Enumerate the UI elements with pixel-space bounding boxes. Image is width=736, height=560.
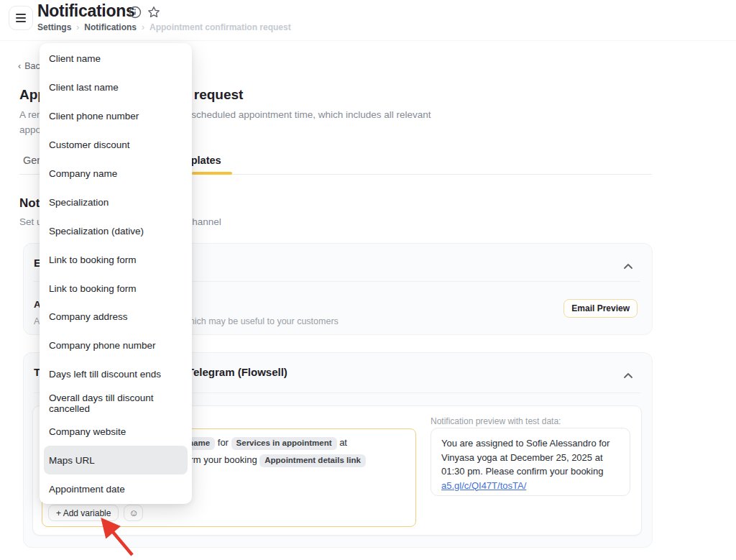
notification-preview-text: You are assigned to Sofie Alessandro for… xyxy=(441,438,610,477)
dropdown-item-overall-days-discount[interactable]: Overall days till discount cancelled xyxy=(40,389,192,418)
active-tab-underline xyxy=(192,172,232,175)
breadcrumb-separator: › xyxy=(142,22,144,32)
dropdown-item-specialization[interactable]: Specialization xyxy=(40,188,192,216)
dropdown-item-company-name[interactable]: Company name xyxy=(40,160,192,188)
dropdown-item-company-phone[interactable]: Company phone number xyxy=(40,331,192,360)
dropdown-item-link-booking-form-2[interactable]: Link to booking form xyxy=(40,274,192,303)
dropdown-item-days-left-discount[interactable]: Days left till discount ends xyxy=(40,360,192,389)
back-chevron-icon: ‹ xyxy=(18,61,21,71)
breadcrumb: Settings › Notifications › Appointment c… xyxy=(37,22,291,32)
dropdown-item-specialization-dative[interactable]: Specialization (dative) xyxy=(40,216,192,245)
variable-chip-details-link[interactable]: Appointment details link xyxy=(259,454,366,467)
top-header: Notifications Settings › Notifications ›… xyxy=(0,0,736,41)
notification-preview-link[interactable]: a5.gl/c/QI47T/tosTA/ xyxy=(441,480,526,491)
info-icon[interactable] xyxy=(129,6,142,22)
notification-preview-box: You are assigned to Sofie Alessandro for… xyxy=(431,428,630,496)
collapse-chevron-up-icon[interactable] xyxy=(623,369,633,382)
breadcrumb-current: Appointment confirmation request xyxy=(150,22,291,32)
variables-dropdown-menu: Client name Client last name Client phon… xyxy=(40,43,192,504)
dropdown-item-client-name[interactable]: Client name xyxy=(40,45,192,73)
breadcrumb-notifications[interactable]: Notifications xyxy=(84,22,137,32)
dropdown-item-customer-discount[interactable]: Customer discount xyxy=(40,131,192,160)
smiley-icon: ☺ xyxy=(129,508,138,518)
email-preview-button[interactable]: Email Preview xyxy=(564,299,638,318)
star-favorite-icon[interactable] xyxy=(147,6,160,22)
page-title: Notifications xyxy=(37,1,134,21)
dropdown-item-company-address[interactable]: Company address xyxy=(40,303,192,331)
emoji-picker-button[interactable]: ☺ xyxy=(124,505,143,521)
message-text: for xyxy=(218,437,229,448)
dropdown-item-link-booking-form[interactable]: Link to booking form xyxy=(40,245,192,274)
add-variable-button[interactable]: + Add variable xyxy=(48,505,119,521)
dropdown-item-client-last-name[interactable]: Client last name xyxy=(40,73,192,102)
dropdown-item-maps-url[interactable]: Maps URL xyxy=(44,446,188,474)
notification-preview-label: Notification preview with test data: xyxy=(431,416,561,426)
dropdown-item-company-website[interactable]: Company website xyxy=(40,418,192,446)
dropdown-item-client-phone[interactable]: Client phone number xyxy=(40,102,192,131)
variable-chip-services[interactable]: Services in appointment xyxy=(231,437,337,450)
message-text: at xyxy=(339,437,347,448)
collapse-chevron-up-icon[interactable] xyxy=(623,260,633,272)
breadcrumb-separator: › xyxy=(76,22,79,32)
hamburger-menu-icon[interactable] xyxy=(9,6,33,30)
dropdown-item-appointment-date[interactable]: Appointment date xyxy=(40,474,192,503)
breadcrumb-settings[interactable]: Settings xyxy=(37,22,71,32)
